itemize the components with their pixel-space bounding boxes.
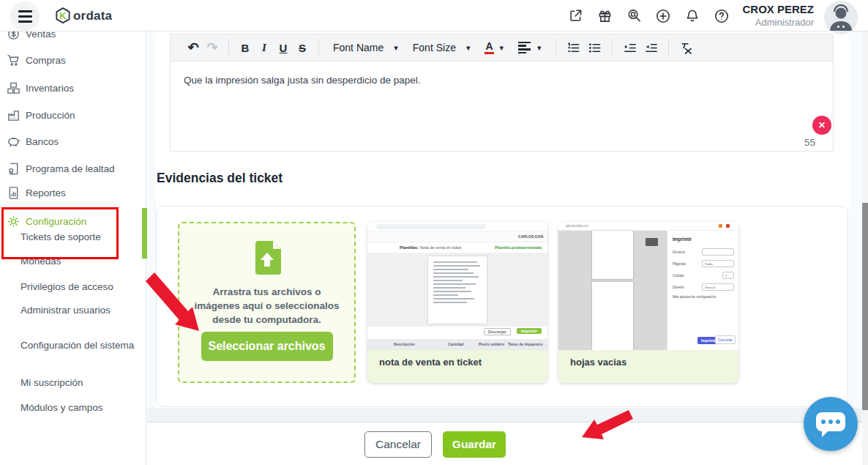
bullet-list-button[interactable]: [584, 41, 605, 55]
hamburger-bar: [18, 21, 32, 23]
upload-file-icon: [253, 241, 281, 275]
font-color-letter: A: [484, 41, 493, 54]
sidebar-item-compras[interactable]: Compras: [6, 50, 141, 70]
underline-button[interactable]: U: [274, 42, 293, 54]
sidebar-item-label: Inventarios: [26, 83, 74, 94]
section-title: Evidencias del ticket: [157, 171, 283, 186]
person-icon: [824, 1, 858, 34]
attachment-thumbnail-1[interactable]: CARLOS GON Plantillas: Nota de venta en …: [367, 222, 547, 383]
sidebar-item-configuracion-del-sistema[interactable]: Configuración del sistema: [20, 338, 141, 365]
font-color-dropdown[interactable]: A ▾: [477, 41, 511, 54]
font-name-label: Font Name: [333, 42, 384, 53]
mini-cancel-button: Cancelar: [715, 335, 736, 344]
sidebar-item-inventarios[interactable]: Inventarios: [6, 78, 141, 98]
hamburger-bar: [18, 15, 32, 18]
sidebar-item-label: Administrar usuarios: [20, 305, 111, 316]
redo-icon[interactable]: ↷: [203, 40, 222, 56]
sidebar-item-mi-suscripcion[interactable]: Mi suscripción: [20, 373, 141, 392]
outdent-button[interactable]: [640, 41, 662, 55]
add-circle-icon[interactable]: [654, 7, 672, 25]
piggy-bank-icon: [6, 134, 20, 149]
sidebar-item-label: Programa de lealtad: [26, 163, 115, 174]
sidebar-item-tickets-de-soporte[interactable]: Tickets de soporte: [20, 227, 141, 246]
user-menu[interactable]: CROX PEREZ Administrador: [742, 3, 814, 29]
user-role: Administrador: [742, 17, 814, 29]
brand-text: ordata: [73, 9, 112, 23]
italic-button[interactable]: I: [255, 42, 274, 54]
file-dropzone[interactable]: Arrastra tus archivos o imágenes aquí o …: [178, 222, 356, 383]
help-icon[interactable]: [713, 7, 730, 25]
sidebar-item-label: Módulos y campos: [20, 402, 103, 413]
sidebar-item-label: Reportes: [26, 187, 66, 198]
clear-formatting-button[interactable]: [676, 41, 697, 55]
mini-download-button: Descargar: [484, 328, 511, 335]
sidebar-item-modulos-y-campos[interactable]: Módulos y campos: [20, 398, 141, 417]
sidebar-item-reportes[interactable]: Reportes: [6, 182, 141, 203]
mini-print-button: Imprimir: [517, 328, 542, 334]
avatar[interactable]: [824, 1, 858, 34]
attachment-preview-2: app.kordata.mx Imprimir Destino: [558, 222, 738, 350]
attachment-caption: hojas vacias: [558, 350, 738, 383]
report-icon: [6, 185, 20, 200]
font-size-dropdown[interactable]: Font Size ▾: [405, 42, 478, 53]
font-name-dropdown[interactable]: Font Name ▾: [326, 42, 405, 53]
rich-text-toolbar: ↶ ↷ B I U S Font Name ▾ Font Size ▾ A ▾ …: [170, 34, 834, 62]
undo-icon[interactable]: ↶: [184, 40, 203, 56]
external-link-icon[interactable]: [566, 7, 584, 25]
sidebar-item-label: Tickets de soporte: [20, 231, 101, 242]
factory-icon: [6, 108, 20, 122]
hamburger-menu-button[interactable]: [10, 1, 40, 31]
save-button[interactable]: Guardar: [443, 431, 506, 458]
sidebar-item-produccion[interactable]: Producción: [6, 105, 141, 125]
chevron-down-icon: ▾: [466, 43, 471, 53]
cart-icon: [6, 53, 20, 67]
footer-bar: [147, 422, 868, 465]
editor-text: Que la impresión salga justa sin desperd…: [184, 75, 420, 86]
brand-logo[interactable]: K ordata: [54, 7, 112, 26]
attachment-caption: nota de venta en ticket: [367, 350, 547, 383]
sidebar-item-bancos[interactable]: Bancos: [6, 131, 141, 152]
indent-button[interactable]: [619, 41, 640, 55]
align-dropdown[interactable]: ▾: [511, 42, 549, 54]
rich-text-editor[interactable]: Que la impresión salga justa sin desperd…: [170, 61, 834, 152]
search-document-icon[interactable]: [625, 7, 643, 25]
hamburger-bar: [18, 10, 32, 12]
cancel-button[interactable]: Cancelar: [364, 431, 432, 458]
remove-icon[interactable]: ✕: [812, 116, 831, 135]
sidebar-item-label: Mi suscripción: [20, 377, 83, 388]
dropzone-text: Arrastra tus archivos o imágenes aquí o …: [179, 285, 354, 327]
chevron-down-icon: ▾: [500, 43, 504, 53]
app-root: K ordata CROX PEREZ: [0, 0, 868, 465]
sidebar-item-privilegios-de-acceso[interactable]: Privilegios de acceso: [20, 277, 141, 296]
sidebar-item-administrar-usuarios[interactable]: Administrar usuarios: [20, 300, 141, 319]
chat-widget-button[interactable]: [804, 397, 858, 451]
gear-icon: [6, 214, 20, 228]
svg-text:K: K: [59, 10, 67, 21]
boxes-icon: [6, 81, 20, 95]
notifications-bell-icon[interactable]: [684, 7, 701, 25]
sidebar-item-programa-lealtad[interactable]: Programa de lealtad: [6, 158, 141, 179]
sidebar-item-label: Monedas: [20, 256, 61, 267]
loyalty-badge-icon: [6, 161, 20, 176]
top-bar: K ordata CROX PEREZ: [0, 0, 868, 31]
toolbar-separator: [318, 40, 319, 56]
strikethrough-button[interactable]: S: [293, 42, 312, 54]
font-size-label: Font Size: [413, 42, 456, 53]
chevron-down-icon: ▾: [537, 43, 542, 53]
character-count: 55: [790, 137, 815, 148]
sidebar-item-monedas[interactable]: Monedas: [20, 251, 141, 270]
select-files-button[interactable]: Seleccionar archivos: [201, 332, 333, 361]
ordered-list-button[interactable]: [563, 41, 584, 55]
bold-button[interactable]: B: [236, 42, 255, 54]
toolbar-separator: [668, 40, 669, 56]
toolbar-separator: [612, 40, 613, 56]
active-section-indicator: [142, 208, 147, 258]
gift-icon[interactable]: [596, 7, 613, 25]
sidebar-item-label: Privilegios de acceso: [20, 281, 113, 292]
attachment-preview-1: CARLOS GON Plantillas: Nota de venta en …: [367, 222, 547, 350]
scrollbar-thumb[interactable]: [862, 203, 868, 410]
sidebar: Ventas Compras Inventarios Producción Ba…: [0, 31, 146, 465]
toolbar-separator: [228, 40, 229, 56]
attachment-thumbnail-2[interactable]: app.kordata.mx Imprimir Destino: [558, 222, 738, 383]
sidebar-item-label: Compras: [26, 55, 66, 66]
